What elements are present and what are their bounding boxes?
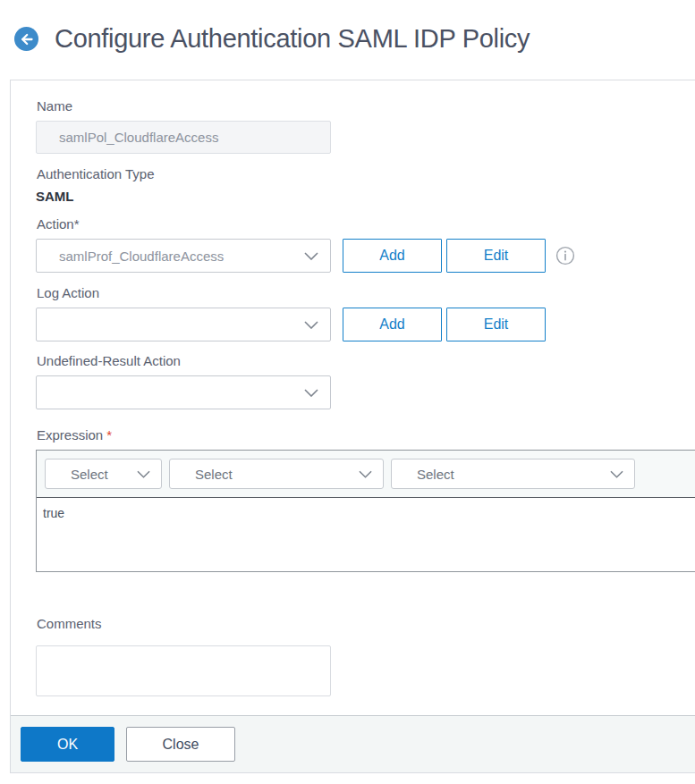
ok-button[interactable]: OK [21, 727, 114, 762]
name-label: Name [37, 98, 695, 114]
info-icon[interactable] [555, 246, 575, 266]
action-row: samlProf_CloudflareAccess Add Edit [36, 239, 695, 273]
chevron-down-icon [359, 470, 372, 478]
expression-operator-select-2[interactable]: Select [169, 459, 384, 489]
log-action-add-button[interactable]: Add [343, 308, 442, 341]
back-button[interactable] [14, 27, 38, 51]
chevron-down-icon [304, 389, 318, 397]
authentication-type-label: Authentication Type [37, 166, 695, 181]
page-title: Configure Authentication SAML IDP Policy [55, 24, 530, 54]
chevron-down-icon [304, 321, 318, 329]
expression-input[interactable]: true [37, 498, 695, 571]
name-input [36, 121, 331, 154]
expression-editor: Select Select Select [36, 450, 695, 572]
config-form: Name Authentication Type SAML Action* sa… [11, 80, 695, 700]
undefined-result-action-select[interactable] [36, 375, 331, 409]
expression-operator-select-1[interactable]: Select [45, 459, 162, 489]
action-edit-button[interactable]: Edit [446, 239, 546, 273]
arrow-left-icon [20, 33, 34, 46]
log-action-label: Log Action [37, 285, 695, 300]
expression-label: Expression * [37, 427, 695, 443]
action-select[interactable]: samlProf_CloudflareAccess [36, 239, 331, 273]
config-panel: Name Authentication Type SAML Action* sa… [10, 80, 695, 773]
comments-label: Comments [37, 616, 695, 631]
action-add-button[interactable]: Add [343, 239, 442, 273]
log-action-edit-button[interactable]: Edit [446, 308, 546, 341]
comments-input[interactable] [36, 645, 331, 696]
action-select-value: samlProf_CloudflareAccess [59, 249, 224, 264]
log-action-select[interactable] [36, 308, 331, 341]
undefined-result-action-label: Undefined-Result Action [37, 353, 695, 368]
page-header: Configure Authentication SAML IDP Policy [0, 0, 695, 54]
chevron-down-icon [304, 252, 318, 260]
chevron-down-icon [137, 470, 150, 478]
authentication-type-value: SAML [36, 189, 695, 205]
footer-bar: OK Close [11, 715, 695, 772]
required-asterisk: * [106, 427, 112, 443]
expression-toolbar: Select Select Select [37, 451, 695, 498]
log-action-row: Add Edit [36, 308, 695, 341]
close-button[interactable]: Close [126, 727, 235, 762]
action-label: Action* [37, 216, 695, 232]
chevron-down-icon [610, 470, 623, 478]
expression-operator-select-3[interactable]: Select [391, 459, 635, 489]
